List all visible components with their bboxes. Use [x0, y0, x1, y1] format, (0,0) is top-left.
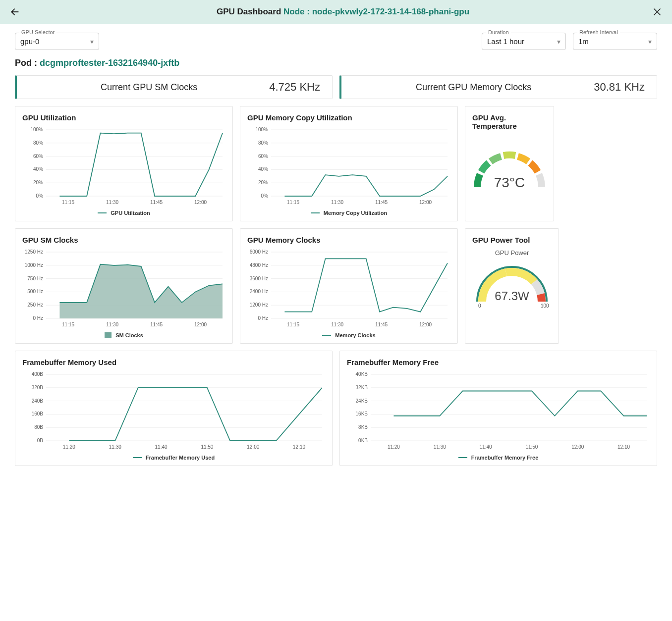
svg-text:0 Hz: 0 Hz [258, 315, 268, 321]
chart-legend: SM Clocks [22, 332, 225, 338]
legend-label: Memory Copy Utilization [324, 210, 387, 216]
svg-text:11:15: 11:15 [62, 322, 74, 327]
close-button[interactable] [650, 5, 664, 19]
svg-text:3600 Hz: 3600 Hz [250, 276, 268, 281]
legend-swatch [98, 212, 107, 213]
stat-title: Current GPU SM Clocks [29, 82, 269, 93]
stat-row: Current GPU SM Clocks 4.725 KHz Current … [0, 75, 672, 106]
svg-text:8KB: 8KB [358, 424, 368, 430]
page-title: GPU Dashboard Node : node-pkvwly2-172-31… [22, 7, 664, 17]
svg-text:12:10: 12:10 [293, 444, 305, 450]
svg-text:12:10: 12:10 [617, 444, 630, 450]
chevron-down-icon: ▾ [648, 38, 652, 46]
legend-label: Framebuffer Memory Used [146, 455, 215, 461]
svg-text:250 Hz: 250 Hz [27, 302, 43, 308]
svg-text:20%: 20% [33, 180, 43, 185]
card-gpu-utilization: GPU Utilization 0%20%40%60%80%100%11:151… [15, 106, 233, 221]
svg-text:11:20: 11:20 [388, 444, 400, 450]
svg-text:11:20: 11:20 [63, 444, 75, 450]
svg-text:12:00: 12:00 [194, 322, 207, 327]
svg-text:11:45: 11:45 [150, 200, 163, 205]
chart-row-1: GPU Utilization 0%20%40%60%80%100%11:151… [0, 106, 672, 228]
svg-text:11:15: 11:15 [62, 200, 74, 205]
legend-label: GPU Utilization [111, 210, 150, 216]
legend-swatch [105, 332, 112, 338]
gpu-selector[interactable]: GPU Selector gpu-0 ▾ [15, 33, 99, 50]
chart-legend: Framebuffer Memory Used [22, 455, 325, 461]
title-prefix: GPU Dashboard [217, 7, 281, 16]
svg-text:6000 Hz: 6000 Hz [250, 249, 268, 255]
svg-text:400B: 400B [32, 371, 44, 377]
card-temperature: GPU Avg. Temperature 73°C [465, 106, 554, 221]
gpu-selector-label: GPU Selector [19, 29, 56, 35]
legend-swatch [322, 335, 331, 336]
svg-text:11:15: 11:15 [287, 200, 299, 205]
pod-line: Pod : dcgmproftester-1632164940-jxftb [0, 54, 672, 75]
stat-title: Current GPU Memory Clocks [353, 82, 594, 93]
svg-text:11:30: 11:30 [106, 322, 118, 327]
controls-row: GPU Selector gpu-0 ▾ Duration Last 1 hou… [0, 24, 672, 54]
svg-text:11:30: 11:30 [331, 322, 343, 327]
svg-text:11:30: 11:30 [106, 200, 118, 205]
legend-swatch [311, 212, 320, 213]
chart-gpu-utilization: 0%20%40%60%80%100%11:1511:3011:4512:00 [22, 127, 225, 206]
svg-text:40%: 40% [33, 166, 43, 172]
arrow-left-icon [10, 7, 20, 17]
stat-sm-clocks: Current GPU SM Clocks 4.725 KHz [15, 75, 333, 99]
svg-text:0 Hz: 0 Hz [33, 315, 43, 321]
chart-fb-used: 0B80B160B240B320B400B11:2011:3011:4011:5… [22, 371, 325, 451]
chart-title: Framebuffer Memory Free [347, 358, 650, 366]
chart-sm-clocks: 0 Hz250 Hz500 Hz750 Hz1000 Hz1250 Hz11:1… [22, 249, 225, 328]
svg-text:60%: 60% [33, 154, 43, 159]
svg-text:1200 Hz: 1200 Hz [250, 302, 268, 308]
svg-text:11:30: 11:30 [434, 444, 446, 450]
refresh-selector-value: 1m [578, 37, 589, 46]
stat-mem-clocks: Current GPU Memory Clocks 30.81 KHz [339, 75, 657, 99]
svg-text:80B: 80B [34, 424, 43, 430]
chevron-down-icon: ▾ [90, 38, 94, 46]
legend-label: Framebuffer Memory Free [471, 455, 539, 461]
svg-text:40%: 40% [258, 166, 268, 172]
node-name: node-pkvwly2-172-31-14-168-phani-gpu [312, 7, 469, 16]
chart-row-2: GPU SM Clocks 0 Hz250 Hz500 Hz750 Hz1000… [0, 228, 672, 351]
svg-text:240B: 240B [32, 398, 44, 404]
pod-name[interactable]: dcgmproftester-1632164940-jxftb [40, 58, 179, 68]
chart-legend: Framebuffer Memory Free [347, 455, 650, 461]
card-power-tool: GPU Power Tool GPU Power 0 100 67.3W [465, 228, 559, 344]
svg-text:160B: 160B [32, 411, 44, 416]
svg-text:1250 Hz: 1250 Hz [25, 249, 43, 255]
svg-text:11:50: 11:50 [525, 444, 538, 450]
svg-text:11:50: 11:50 [201, 444, 213, 450]
gauge-max: 100 [541, 303, 549, 309]
svg-text:0KB: 0KB [358, 438, 368, 443]
svg-text:320B: 320B [32, 385, 44, 390]
temperature-value: 73°C [494, 175, 525, 191]
stat-value: 30.81 KHz [594, 81, 645, 94]
back-button[interactable] [8, 5, 22, 19]
card-title: GPU Power Tool [472, 236, 552, 244]
refresh-selector[interactable]: Refresh Interval 1m ▾ [573, 33, 657, 50]
svg-text:24KB: 24KB [356, 398, 368, 404]
svg-text:80%: 80% [33, 140, 43, 146]
card-sm-clocks: GPU SM Clocks 0 Hz250 Hz500 Hz750 Hz1000… [15, 228, 233, 344]
chart-title: GPU SM Clocks [22, 236, 225, 244]
svg-text:0%: 0% [36, 193, 44, 199]
legend-label: Memory Clocks [335, 332, 375, 338]
svg-text:16KB: 16KB [356, 411, 368, 416]
svg-text:2400 Hz: 2400 Hz [250, 289, 268, 294]
svg-text:11:45: 11:45 [375, 322, 388, 327]
svg-text:11:40: 11:40 [155, 444, 168, 450]
duration-selector[interactable]: Duration Last 1 hour ▾ [482, 33, 566, 50]
power-subtitle: GPU Power [472, 249, 552, 257]
svg-text:1000 Hz: 1000 Hz [25, 262, 43, 268]
close-icon [653, 7, 662, 16]
card-title: GPU Avg. Temperature [472, 113, 547, 130]
refresh-selector-label: Refresh Interval [577, 29, 620, 35]
legend-label: SM Clocks [115, 332, 143, 338]
topbar: GPU Dashboard Node : node-pkvwly2-172-31… [0, 0, 672, 24]
svg-text:11:30: 11:30 [109, 444, 121, 450]
stat-value: 4.725 KHz [269, 81, 320, 94]
temperature-gauge [472, 140, 547, 200]
svg-text:100%: 100% [30, 127, 43, 132]
svg-text:4800 Hz: 4800 Hz [250, 262, 268, 268]
